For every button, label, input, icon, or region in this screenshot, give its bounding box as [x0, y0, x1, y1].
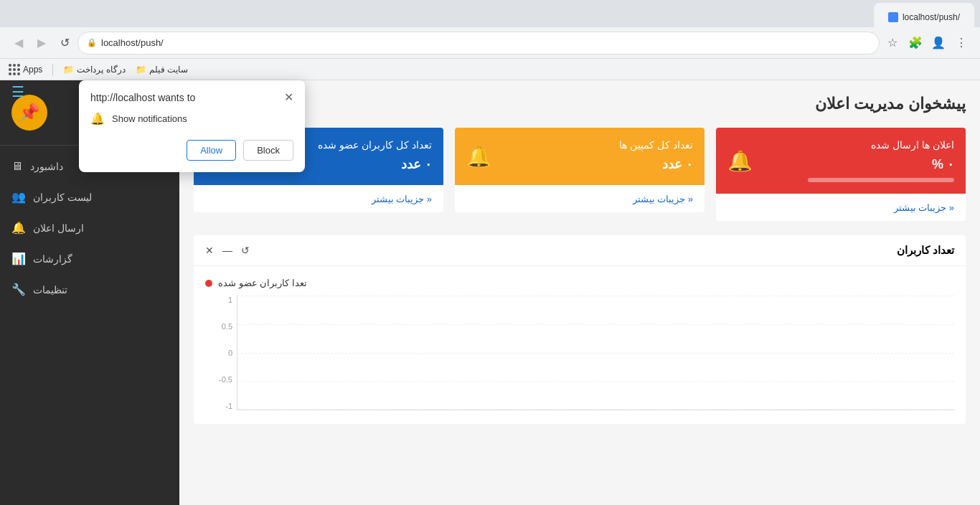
bookmark-star[interactable]: ☆ — [882, 33, 903, 53]
chart-title: تعداد کاربران — [897, 244, 954, 257]
bell-icon-yellow: 🔔 — [466, 145, 491, 169]
stat-card-value-2: ۰ عدد — [498, 156, 693, 172]
popup-header: http://localhost wants to ✕ — [90, 92, 293, 103]
chart-minimize-btn[interactable]: — — [222, 245, 232, 256]
apps-bookmark[interactable]: Apps — [9, 64, 42, 75]
stat-card-link-1[interactable]: « جزیبات بیشتر — [894, 202, 954, 213]
stat-card-link-2[interactable]: « جزیبات بیشتر — [633, 194, 693, 204]
bell-icon-sidebar: 🔔 — [11, 221, 26, 235]
popup-bell-icon: 🔔 — [90, 112, 105, 126]
chart-area: 1 0.5 0 -0.5 -1 — [205, 296, 954, 410]
sidebar-item-settings[interactable]: تنظیمات 🔧 — [0, 274, 179, 305]
stat-card-title-1: اعلان ها ارسال شده — [759, 139, 954, 151]
popup-notification-row: 🔔 Show notifications — [90, 112, 293, 126]
popup-notification-text: Show notifications — [112, 113, 187, 124]
menu-icon[interactable]: ⋮ — [951, 33, 971, 53]
chart-header: تعداد کاربران ✕ — ↺ — [194, 235, 966, 266]
y-axis: 1 0.5 0 -0.5 -1 — [205, 296, 237, 410]
stat-card-yellow: تعداد کل کمپین ها ۰ عدد 🔔 — [455, 128, 705, 185]
allow-button[interactable]: Allow — [187, 140, 236, 161]
bookmark-portal[interactable]: 📁درگاه پرداخت — [63, 65, 125, 75]
sidebar-item-users-label: لیست کاربران — [33, 192, 92, 203]
bell-icon-red: 🔔 — [727, 149, 753, 173]
block-button[interactable]: Block — [243, 140, 293, 161]
stats-row: اعلان ها ارسال شده ۰ % 🔔 « جزیبات بیشتر … — [194, 128, 966, 221]
chart-refresh-btn[interactable]: ↺ — [241, 245, 250, 256]
dashboard-icon: 🖥 — [11, 160, 23, 173]
sidebar-item-send-notification[interactable]: ارسال اعلان 🔔 — [0, 212, 179, 243]
stat-card-wrapper-2: تعداد کل کمپین ها ۰ عدد 🔔 « جزیبات بیشتر — [455, 128, 705, 221]
users-icon: 👥 — [11, 190, 26, 204]
sidebar-item-reports-label: گزارشات — [33, 253, 72, 265]
sidebar-item-users[interactable]: لیست کاربران 👥 — [0, 181, 179, 212]
chart-legend: تعدا کاربران عضو شده — [205, 278, 954, 288]
browser-chrome: localhost/push/ ◀ ▶ ↺ 🔒 localhost/push/ … — [0, 0, 980, 80]
sidebar-item-settings-label: تنظیمات — [33, 284, 67, 296]
stat-progress — [808, 178, 954, 182]
url-input[interactable]: 🔒 localhost/push/ — [77, 32, 880, 55]
chart-controls: ✕ — ↺ — [205, 245, 250, 256]
main-area: پیشخوان مدیریت اعلان اعلان ها ارسال شده … — [0, 80, 980, 505]
legend-dot — [205, 280, 212, 287]
legend-label: تعدا کاربران عضو شده — [218, 278, 307, 288]
stat-card-value-1: ۰ % — [759, 156, 954, 172]
chart-section: تعداد کاربران ✕ — ↺ تعدا کاربران عضو شده… — [194, 235, 966, 424]
popup-title: http://localhost wants to — [90, 92, 195, 103]
chart-close-btn[interactable]: ✕ — [205, 245, 214, 256]
page-title: پیشخوان مدیریت اعلان — [194, 95, 966, 113]
sidebar-item-send-label: ارسال اعلان — [33, 222, 84, 234]
popup-close-btn[interactable]: ✕ — [284, 92, 293, 103]
y-label-5: -1 — [225, 402, 232, 410]
stat-card-bottom-1: « جزیبات بیشتر — [716, 194, 966, 221]
chart-body: تعدا کاربران عضو شده 1 0.5 0 -0.5 -1 — [194, 266, 966, 424]
reports-icon: 📊 — [11, 252, 26, 265]
settings-icon: 🔧 — [11, 283, 26, 296]
sidebar-toggle-btn[interactable]: ☰ — [11, 83, 24, 100]
popup-buttons: Allow Block — [90, 140, 293, 161]
sidebar-item-reports[interactable]: گزارشات 📊 — [0, 243, 179, 274]
stat-card-title-2: تعداد کل کمپین ها — [498, 139, 693, 151]
bookmark-film[interactable]: 📁سایت فیلم — [136, 65, 188, 75]
bookmark-separator — [52, 64, 53, 75]
profile-icon[interactable]: 👤 — [928, 33, 948, 53]
tab-title: localhost/push/ — [903, 12, 960, 22]
stat-card-red: اعلان ها ارسال شده ۰ % 🔔 — [716, 128, 966, 194]
y-label-4: -0.5 — [219, 375, 232, 384]
stat-card-bottom-2: « جزیبات بیشتر — [455, 185, 705, 212]
stat-card-link-3[interactable]: « جزیبات بیشتر — [372, 194, 432, 204]
forward-button[interactable]: ▶ — [32, 33, 52, 53]
reload-button[interactable]: ↺ — [55, 33, 75, 53]
bookmarks-bar: Apps 📁درگاه پرداخت 📁سایت فیلم — [0, 59, 980, 80]
stat-card-wrapper-1: اعلان ها ارسال شده ۰ % 🔔 « جزیبات بیشتر — [716, 128, 966, 221]
back-button[interactable]: ◀ — [9, 33, 29, 53]
y-label-1: 1 — [228, 296, 232, 304]
tab-bar: localhost/push/ — [0, 0, 980, 27]
y-label-3: 0 — [228, 349, 232, 357]
chart-plot-area — [237, 296, 954, 410]
y-label-2: 0.5 — [222, 322, 232, 331]
stat-card-bottom-3: « جزیبات بیشتر — [194, 185, 443, 212]
notification-popup: http://localhost wants to ✕ 🔔 Show notif… — [79, 80, 305, 172]
address-bar: ◀ ▶ ↺ 🔒 localhost/push/ ☆ 🧩 👤 ⋮ — [0, 27, 980, 59]
sidebar-item-dashboard-label: داشبورد — [30, 161, 63, 172]
active-tab[interactable]: localhost/push/ — [874, 3, 974, 27]
extensions-icon[interactable]: 🧩 — [905, 33, 925, 53]
